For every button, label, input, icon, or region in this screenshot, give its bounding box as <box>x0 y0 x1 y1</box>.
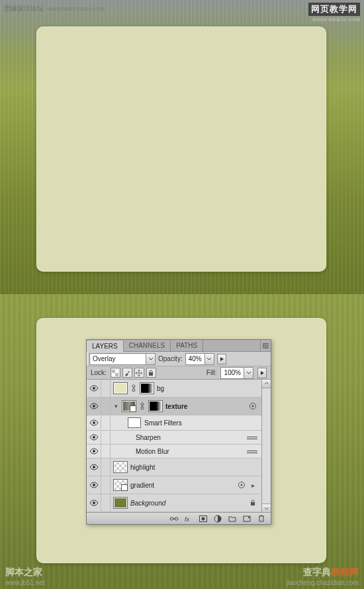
layer-row-highlight[interactable]: highlight <box>87 458 271 476</box>
panel-footer: fx <box>87 512 271 524</box>
fill-input[interactable]: 100% <box>220 367 253 379</box>
tab-paths[interactable]: PATHS <box>171 340 203 351</box>
layer-thumbnail[interactable] <box>113 479 128 491</box>
circle-icon <box>238 481 246 489</box>
new-page-icon <box>243 515 251 522</box>
layer-mask-thumbnail[interactable] <box>148 400 163 412</box>
trash-icon <box>258 515 265 522</box>
watermark-top-left: 思缘设计论坛 WWW.MISSYUAN.COM <box>4 4 105 13</box>
layer-row-gradient[interactable]: gradient ▸ <box>87 476 271 494</box>
layer-name: gradient <box>130 482 154 489</box>
filter-mask-thumbnail[interactable] <box>128 417 141 428</box>
visibility-toggle[interactable] <box>87 458 101 476</box>
smart-filters-header[interactable]: Smart Filters <box>87 415 271 431</box>
filter-row-sharpen[interactable]: Sharpen <box>87 431 271 445</box>
panel-menu-button[interactable] <box>260 340 271 351</box>
visibility-toggle[interactable] <box>87 380 101 397</box>
watermark-text: 查字典 <box>303 566 331 577</box>
opacity-value: 40% <box>186 354 205 364</box>
filter-name: Motion Blur <box>136 448 169 455</box>
layer-list: bg ▾ texture <box>87 380 271 512</box>
visibility-toggle[interactable] <box>87 431 101 444</box>
mask-link-icon[interactable] <box>130 384 137 392</box>
svg-rect-1 <box>112 370 115 373</box>
scroll-up-button[interactable] <box>262 380 271 388</box>
circle-icon <box>249 402 257 410</box>
layer-thumbnail[interactable] <box>113 497 128 509</box>
layer-row-background[interactable]: Background <box>87 494 271 512</box>
layers-panel: LAYERS CHANNELS PATHS Overlay Opacity: 4… <box>86 339 271 525</box>
mask-link-icon[interactable] <box>139 402 146 410</box>
chevron-up-icon <box>264 381 269 386</box>
opacity-scrub-button[interactable] <box>217 354 226 364</box>
delete-layer-button[interactable] <box>255 514 268 523</box>
svg-rect-3 <box>149 372 153 376</box>
layer-thumbnail[interactable] <box>113 461 128 473</box>
blend-mode-select[interactable]: Overlay <box>89 353 156 365</box>
watermark-url: WWW.WEBJX.COM <box>308 17 360 23</box>
tab-channels[interactable]: CHANNELS <box>124 340 171 351</box>
opacity-label: Opacity: <box>158 355 183 362</box>
scrollbar[interactable] <box>261 380 271 512</box>
svg-point-15 <box>93 436 95 439</box>
lock-icon <box>148 370 154 376</box>
eye-icon <box>89 385 99 392</box>
visibility-toggle[interactable] <box>87 476 101 494</box>
add-mask-button[interactable] <box>197 514 210 523</box>
new-group-button[interactable] <box>226 514 239 523</box>
visibility-toggle[interactable] <box>87 416 101 429</box>
layer-mask-thumbnail[interactable] <box>140 382 154 394</box>
lock-fill-row: Lock: Fill: 100% <box>87 366 271 380</box>
blend-opacity-row: Overlay Opacity: 40% <box>87 352 271 366</box>
svg-point-16 <box>93 450 95 453</box>
svg-point-18 <box>93 484 95 486</box>
lock-transparency-button[interactable] <box>111 368 120 378</box>
adjustment-layer-button[interactable] <box>211 514 224 523</box>
watermark-url: jiaocheng.chazidian.com <box>286 579 359 586</box>
eye-icon <box>89 403 99 409</box>
svg-point-20 <box>241 484 243 486</box>
svg-point-17 <box>93 466 95 468</box>
link-layers-button[interactable] <box>167 514 181 523</box>
svg-text:fx: fx <box>185 516 190 523</box>
blend-mode-value: Overlay <box>90 354 146 364</box>
svg-point-13 <box>252 405 254 407</box>
fill-value: 100% <box>221 368 244 378</box>
opacity-input[interactable]: 40% <box>185 353 214 365</box>
watermark-bottom-right: 查字典教程网 <box>303 566 359 578</box>
layer-thumbnail[interactable] <box>122 400 136 412</box>
smart-filter-indicator[interactable] <box>237 480 246 490</box>
layer-thumbnail[interactable] <box>113 382 128 394</box>
svg-point-8 <box>93 405 95 407</box>
eye-icon <box>89 419 99 426</box>
tab-layers[interactable]: LAYERS <box>87 341 124 352</box>
blend-options-icon[interactable] <box>247 434 257 441</box>
adjustment-icon <box>214 515 222 523</box>
watermark-text: 教程网 <box>331 566 359 577</box>
eye-icon <box>89 464 99 470</box>
svg-rect-22 <box>251 502 255 506</box>
collapse-arrow[interactable]: ▸ <box>248 480 257 490</box>
scroll-down-button[interactable] <box>262 504 271 512</box>
watermark-text: 思缘设计论坛 <box>4 5 44 12</box>
layer-style-button[interactable]: fx <box>182 514 195 523</box>
chevron-down-icon <box>146 354 155 364</box>
lock-pixels-button[interactable] <box>122 368 132 378</box>
visibility-toggle[interactable] <box>87 494 101 511</box>
new-layer-button[interactable] <box>240 514 253 523</box>
lock-all-button[interactable] <box>146 368 156 378</box>
visibility-toggle[interactable] <box>87 445 101 458</box>
top-background: 思缘设计论坛 WWW.MISSYUAN.COM 网页教学网 WWW.WEBJX.… <box>0 0 364 294</box>
eye-icon <box>89 482 99 488</box>
fill-scrub-button[interactable] <box>257 368 267 378</box>
smart-filter-indicator[interactable] <box>248 402 257 411</box>
lock-position-button[interactable] <box>134 368 144 378</box>
blend-options-icon[interactable] <box>247 448 257 455</box>
layer-row-bg[interactable]: bg <box>87 380 271 398</box>
visibility-toggle[interactable] <box>87 398 101 415</box>
filter-row-motion-blur[interactable]: Motion Blur <box>87 445 271 458</box>
layer-row-texture[interactable]: ▾ texture <box>87 398 271 415</box>
disclosure-triangle[interactable]: ▾ <box>113 403 119 409</box>
folder-icon <box>228 515 236 522</box>
layer-name: bg <box>157 385 164 392</box>
